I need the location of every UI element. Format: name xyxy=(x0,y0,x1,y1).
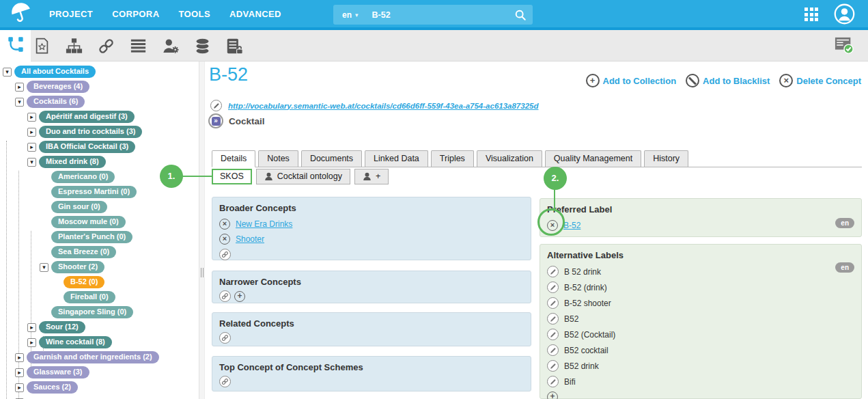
tree-node-label[interactable]: Gin sour (0) xyxy=(51,201,107,213)
tree-expander-icon[interactable] xyxy=(15,383,24,392)
detail-tab[interactable]: Visualization xyxy=(477,150,542,167)
hierarchy-icon[interactable] xyxy=(64,30,84,61)
tree-expander-icon[interactable] xyxy=(27,113,36,122)
edit-label-icon[interactable] xyxy=(547,360,559,372)
detail-tab[interactable]: Documents xyxy=(301,150,362,167)
schema-subtab[interactable]: Cocktail ontology xyxy=(256,169,350,184)
link-concept-icon[interactable] xyxy=(219,290,231,302)
database-icon[interactable] xyxy=(192,30,212,61)
tree-expander-icon[interactable] xyxy=(27,128,36,137)
link-concept-icon[interactable] xyxy=(219,249,231,260)
link-concept-icon[interactable] xyxy=(219,376,231,387)
tree-node-label[interactable]: Fireball (0) xyxy=(64,291,115,303)
tree-node[interactable]: Duo and trio cocktails (3) xyxy=(0,124,199,139)
tree-node[interactable]: Glassware (3) xyxy=(0,365,199,380)
detail-tab[interactable]: Linked Data xyxy=(365,150,428,167)
tree-node[interactable]: Sauces (2) xyxy=(0,380,199,395)
apps-grid-icon[interactable] xyxy=(804,8,820,23)
edit-label-icon[interactable] xyxy=(547,344,559,356)
tree-expander-icon[interactable] xyxy=(40,263,48,272)
search-input[interactable]: B-52 xyxy=(372,10,391,20)
tree-node-label[interactable]: Garnish and other ingredients (2) xyxy=(27,351,159,363)
concept-action-button[interactable]: Add to Blacklist xyxy=(686,74,770,87)
tree-expander-icon[interactable] xyxy=(15,368,24,377)
tree-node[interactable]: Sour (12) xyxy=(0,320,199,335)
tree-node[interactable]: Apéritif and digestif (3) xyxy=(0,109,199,124)
concept-action-button[interactable]: Add to Collection xyxy=(586,74,677,87)
menu-item[interactable]: ADVANCED xyxy=(225,6,285,22)
tree-expander-icon[interactable] xyxy=(27,158,36,167)
detail-tab[interactable]: Notes xyxy=(258,150,298,167)
tree-node-label[interactable]: Moscow mule (0) xyxy=(51,216,126,228)
tree-node-label[interactable]: Glassware (3) xyxy=(27,366,89,379)
tree-expander-icon[interactable] xyxy=(3,68,12,77)
tree-node[interactable]: B-52 (0) xyxy=(0,275,199,290)
tree-node-label[interactable]: Singapore Sling (0) xyxy=(51,306,133,318)
detail-tab[interactable]: Quality Management xyxy=(545,150,641,167)
tree-node[interactable]: IBA Official Cocktail (3) xyxy=(0,139,199,154)
tree-node-label[interactable]: Cocktails (6) xyxy=(27,96,85,108)
tree-node[interactable]: Cocktails (6) xyxy=(0,94,199,109)
schema-subtab[interactable]: SKOS xyxy=(212,169,252,184)
menu-item[interactable]: CORPORA xyxy=(108,6,163,22)
tree-expander-icon[interactable] xyxy=(15,98,24,107)
edit-label-icon[interactable] xyxy=(547,281,559,293)
edit-label-icon[interactable] xyxy=(547,297,559,309)
tree-node-label[interactable]: Sea Breeze (0) xyxy=(51,246,116,258)
tree-node[interactable]: Gin sour (0) xyxy=(0,200,199,215)
remove-icon[interactable] xyxy=(219,219,230,230)
tree-node-label[interactable]: All about Cocktails xyxy=(14,66,96,78)
menu-item[interactable]: TOOLS xyxy=(174,6,214,22)
tree-node[interactable]: Garnish and other ingredients (2) xyxy=(0,350,199,365)
tree-expander-icon[interactable] xyxy=(15,83,24,92)
tree-node[interactable]: Planter's Punch (0) xyxy=(0,230,199,245)
tree-node-label[interactable]: Duo and trio cocktails (3) xyxy=(39,126,142,138)
broader-concept-link[interactable]: New Era Drinks xyxy=(236,219,292,229)
edit-label-icon[interactable] xyxy=(547,329,559,340)
tree-node[interactable]: Singapore Sling (0) xyxy=(0,305,199,320)
tree-node-label[interactable]: Apéritif and digestif (3) xyxy=(39,111,135,123)
poolparty-logo[interactable] xyxy=(8,1,34,26)
detail-tab[interactable]: History xyxy=(644,150,688,167)
broader-concept-link[interactable]: Shooter xyxy=(236,234,264,244)
tree-node-label[interactable]: IBA Official Cocktail (3) xyxy=(39,141,135,153)
tree-expander-icon[interactable] xyxy=(15,353,24,362)
tree-expander-icon[interactable] xyxy=(27,323,36,332)
detail-tab[interactable]: Triples xyxy=(431,150,474,167)
tree-node[interactable]: Wine cocktail (8) xyxy=(0,335,199,350)
tree-node-label[interactable]: Americano (0) xyxy=(51,171,115,183)
tree-node-label[interactable]: Espresso Martini (0) xyxy=(51,186,137,198)
user-settings-icon[interactable] xyxy=(160,30,180,61)
search-box[interactable]: en ▾ B-52 xyxy=(333,5,533,25)
repository-lock-icon[interactable] xyxy=(224,30,244,61)
edit-label-icon[interactable] xyxy=(547,313,559,325)
tree-node[interactable]: Sea Breeze (0) xyxy=(0,245,199,260)
user-avatar-icon[interactable] xyxy=(834,3,855,27)
concept-action-button[interactable]: Delete Concept xyxy=(779,74,861,87)
tree-node-label[interactable]: Mixed drink (8) xyxy=(39,156,106,168)
tree-node[interactable]: Fireball (0) xyxy=(0,290,199,305)
search-language-selector[interactable]: en xyxy=(342,10,352,20)
tree-node-label[interactable]: B-52 (0) xyxy=(64,276,104,288)
tree-node-label[interactable]: Sauces (2) xyxy=(27,381,78,394)
concept-class-icon[interactable]: » xyxy=(208,113,223,128)
toolbar-tab-concept-tree[interactable] xyxy=(0,30,31,61)
tree-node[interactable]: Beverages (4) xyxy=(0,79,199,94)
schema-subtab[interactable]: + xyxy=(354,169,389,184)
tree-node[interactable]: Shooter (2) xyxy=(0,260,199,275)
tree-expander-icon[interactable] xyxy=(27,338,36,347)
tree-node-label[interactable]: Shooter (2) xyxy=(51,261,104,273)
search-icon[interactable] xyxy=(514,9,527,21)
tree-node-label[interactable]: Planter's Punch (0) xyxy=(51,231,132,243)
panel-splitter[interactable] xyxy=(199,61,205,399)
concept-uri-link[interactable]: http://vocabulary.semantic-web.at/cockta… xyxy=(228,102,538,110)
link-icon[interactable] xyxy=(96,30,116,61)
tree-node[interactable]: Moscow mule (0) xyxy=(0,215,199,230)
tree-expander-icon[interactable] xyxy=(27,143,36,152)
edit-label-icon[interactable] xyxy=(547,266,559,277)
preferred-label-link[interactable]: B-52 xyxy=(563,221,580,230)
edit-uri-icon[interactable] xyxy=(210,100,222,111)
remove-icon[interactable] xyxy=(219,234,230,245)
add-icon[interactable] xyxy=(234,291,245,302)
tree-node[interactable] xyxy=(0,395,199,399)
